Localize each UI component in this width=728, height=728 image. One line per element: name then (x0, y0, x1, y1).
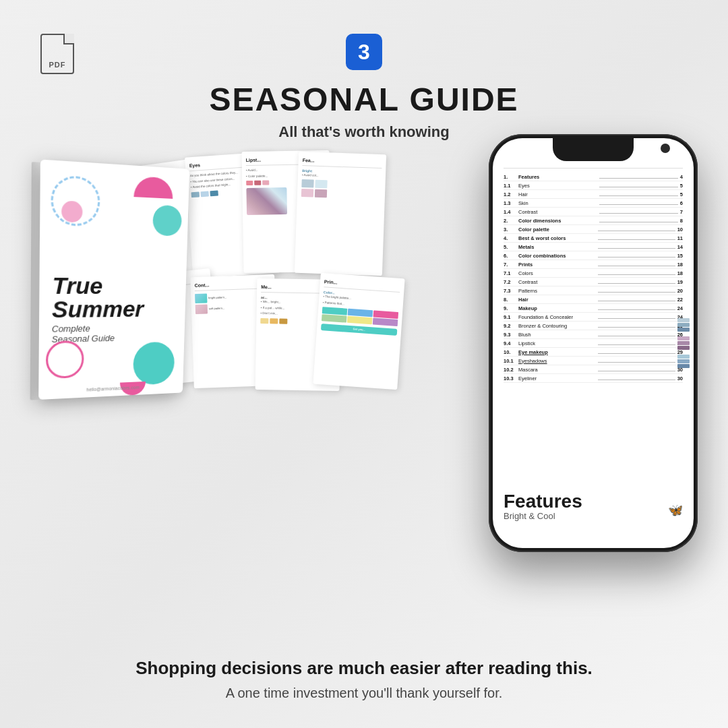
toc-entry: 7.1Colors18 (504, 269, 683, 278)
main-title: SEASONAL GUIDE (209, 81, 518, 118)
toc-label: Eyes (518, 183, 597, 189)
toc-page: 11 (677, 235, 683, 241)
toc-title (504, 165, 683, 169)
shopping-page: Prin... Color... • The bright palette...… (313, 273, 404, 390)
butterfly-icon: 🦋 (668, 503, 683, 518)
toc-entry: 1.Features4 (504, 173, 683, 181)
toc-page: 18 (677, 270, 683, 276)
phone-inner: 1.Features41.1Eyes51.2Hair51.3Skin61.4Co… (493, 138, 694, 548)
toc-label: Eyeshadows (518, 358, 596, 364)
pdf-label: PDF (49, 61, 66, 69)
toc-entry: 10.1Eyeshadows29 (504, 357, 683, 365)
pdf-icon: PDF (40, 34, 74, 74)
toc-page: 30 (677, 375, 683, 382)
phone-features-section: Features Bright & Cool 🦋 (504, 492, 683, 521)
toc-entry: 9.1Foundation & Concealer24 (504, 313, 683, 322)
toc-entry: 6.Color combinations15 (504, 251, 683, 260)
toc-page: 18 (677, 262, 683, 268)
toc-page: 6 (680, 200, 683, 206)
toc-page: 5 (680, 191, 683, 198)
toc-page: 15 (677, 253, 683, 259)
toc-label: Foundation & Concealer (518, 314, 596, 320)
toc-page: 14 (677, 244, 683, 250)
toc-label: Hair (518, 191, 597, 198)
book-shape-pink-small (61, 200, 83, 222)
bottom-main-text: Shopping decisions are much easier after… (135, 657, 593, 680)
phone-camera (661, 144, 670, 153)
toc-label: Patterns (518, 288, 596, 294)
toc-page: 20 (677, 288, 683, 294)
toc-entry: 1.3Skin6 (504, 199, 683, 208)
toc-label: Eyeliner (518, 375, 596, 382)
toc-page: 10 (677, 226, 683, 233)
toc-entry: 10.Eye makeup29 (504, 348, 683, 357)
features-sub: Bright & Cool (504, 511, 683, 521)
toc-entry: 9.3Blush26 (504, 330, 683, 339)
toc-entry: 1.1Eyes5 (504, 181, 683, 190)
bottom-section: Shopping decisions are much easier after… (95, 644, 633, 728)
toc-label: Skin (518, 200, 597, 206)
toc-entry: 4.Best & worst colors11 (504, 234, 683, 243)
toc-entry: 10.3Eyeliner30 (504, 374, 683, 383)
toc-entry: 7.2Contrast19 (504, 278, 683, 286)
phone-screen-content: 1.Features41.1Eyes51.2Hair51.3Skin61.4Co… (493, 138, 694, 548)
toc-label: Lipstick (518, 340, 596, 346)
toc-label: Contrast (518, 209, 597, 215)
toc-container: 1.Features41.1Eyes51.2Hair51.3Skin61.4Co… (504, 165, 683, 383)
toc-page: 4 (680, 174, 683, 180)
toc-entry: 2.Color dimensions8 (504, 216, 683, 225)
toc-label: Colors (518, 270, 596, 276)
visual-section: True Summer CompleteSeasonal Guide hello… (0, 154, 728, 644)
toc-label: Color palette (518, 226, 596, 233)
toc-label: Mascara (518, 367, 596, 373)
toc-entry: 10.2Mascara30 (504, 365, 683, 374)
toc-label: Eye makeup (518, 349, 596, 355)
toc-entry: 7.3Patterns20 (504, 286, 683, 295)
phone-mockup: 1.Features41.1Eyes51.2Hair51.3Skin61.4Co… (489, 134, 698, 552)
toc-page: 19 (677, 279, 683, 285)
toc-entry: 9.Makeup24 (504, 304, 683, 313)
toc-label: Color dimensions (518, 218, 597, 224)
toc-label: Best & worst colors (518, 235, 596, 241)
page-container: PDF 3 SEASONAL GUIDE All that's worth kn… (0, 0, 728, 728)
bottom-sub-text: A one time investment you'll thank yours… (135, 686, 593, 701)
toc-label: Features (518, 174, 597, 180)
phone-color-samples (677, 318, 690, 368)
toc-page: 8 (680, 218, 683, 224)
toc-page: 24 (677, 305, 683, 311)
toc-label: Color combinations (518, 253, 596, 259)
toc-label: Metals (518, 244, 596, 250)
toc-label: Hair (518, 297, 596, 303)
toc-entry: 1.2Hair5 (504, 190, 683, 199)
toc-label: Bronzer & Contouring (518, 323, 596, 329)
toc-page: 7 (680, 209, 683, 215)
toc-label: Contrast (518, 279, 596, 285)
toc-label: Blush (518, 332, 596, 338)
toc-entry: 1.4Contrast7 (504, 208, 683, 216)
subtitle: All that's worth knowing (209, 123, 518, 141)
number-badge: 3 (346, 34, 382, 70)
book-shape-teal-big (133, 342, 175, 386)
toc-entry: 9.4Lipstick27 (504, 339, 683, 348)
toc-entry: 3.Color palette10 (504, 225, 683, 234)
book-title-main: True Summer (52, 274, 180, 321)
book-shape-red-circle (46, 340, 84, 379)
features-heading: Features (504, 492, 683, 511)
number-badge-text: 3 (358, 40, 370, 65)
toc-page: 5 (680, 183, 683, 189)
toc-entry: 7.Prints18 (504, 260, 683, 269)
header-section: 3 SEASONAL GUIDE All that's worth knowin… (209, 0, 518, 154)
toc-label: Prints (518, 262, 596, 268)
toc-label: Makeup (518, 305, 596, 311)
book-shape-pink-half (133, 176, 173, 199)
spread-page-4: Fea... Bright • Avoid col... (295, 152, 386, 276)
toc-entry: 9.2Bronzer & Contouring25 (504, 322, 683, 330)
phone-notch (553, 138, 634, 161)
book-mockup: True Summer CompleteSeasonal Guide hello… (38, 160, 226, 427)
toc-page: 22 (677, 297, 683, 303)
book-cover: True Summer CompleteSeasonal Guide hello… (38, 160, 189, 400)
book-shape-teal-circle (152, 205, 182, 237)
phone-outer: 1.Features41.1Eyes51.2Hair51.3Skin61.4Co… (489, 134, 698, 552)
book-title-area: True Summer CompleteSeasonal Guide (52, 274, 180, 344)
toc-entry: 8.Hair22 (504, 295, 683, 304)
